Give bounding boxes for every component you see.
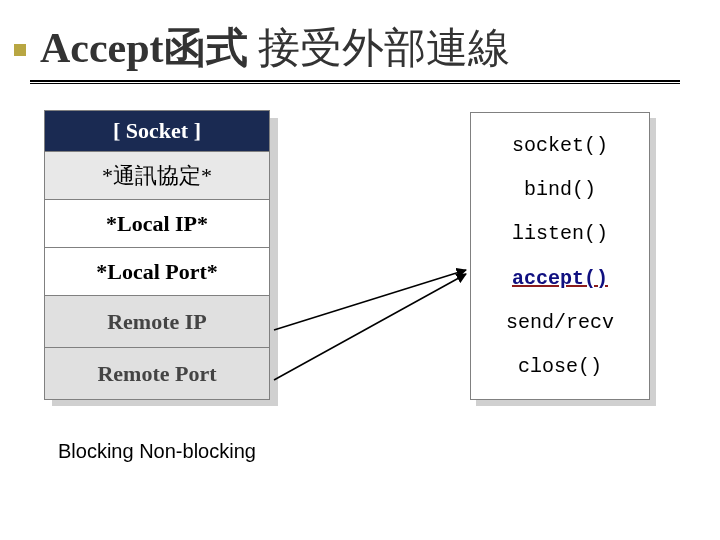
api-sendrecv: send/recv	[471, 311, 649, 334]
api-bind: bind()	[471, 178, 649, 201]
arrow-remote-ip-to-accept	[274, 270, 466, 330]
socket-row-proto: *通訊協定*	[45, 151, 269, 199]
accent-square	[14, 44, 26, 56]
socket-table-body: [ Socket ] *通訊協定* *Local IP* *Local Port…	[44, 110, 270, 400]
api-accept-label: accept()	[512, 267, 608, 290]
socket-table: [ Socket ] *通訊協定* *Local IP* *Local Port…	[44, 110, 270, 400]
socket-row-local-ip: *Local IP*	[45, 199, 269, 247]
socket-row-local-port: *Local Port*	[45, 247, 269, 295]
api-list: socket() bind() listen() accept() send/r…	[470, 112, 650, 400]
page-title: Accept函式 接受外部連線	[40, 20, 660, 84]
socket-row-remote-ip: Remote IP	[45, 295, 269, 347]
title-underline	[30, 80, 680, 84]
socket-row-remote-port: Remote Port	[45, 347, 269, 399]
footer-text: Blocking Non-blocking	[58, 440, 256, 463]
socket-header: [ Socket ]	[45, 111, 269, 151]
api-close: close()	[471, 355, 649, 378]
arrow-remote-port-to-accept	[274, 274, 466, 380]
api-list-body: socket() bind() listen() accept() send/r…	[470, 112, 650, 400]
api-listen: listen()	[471, 222, 649, 245]
title-thin: 接受外部連線	[248, 25, 511, 71]
title-bold: Accept函式	[40, 25, 248, 71]
arrows-svg	[260, 240, 490, 420]
api-socket: socket()	[471, 134, 649, 157]
api-accept: accept()	[471, 267, 649, 290]
